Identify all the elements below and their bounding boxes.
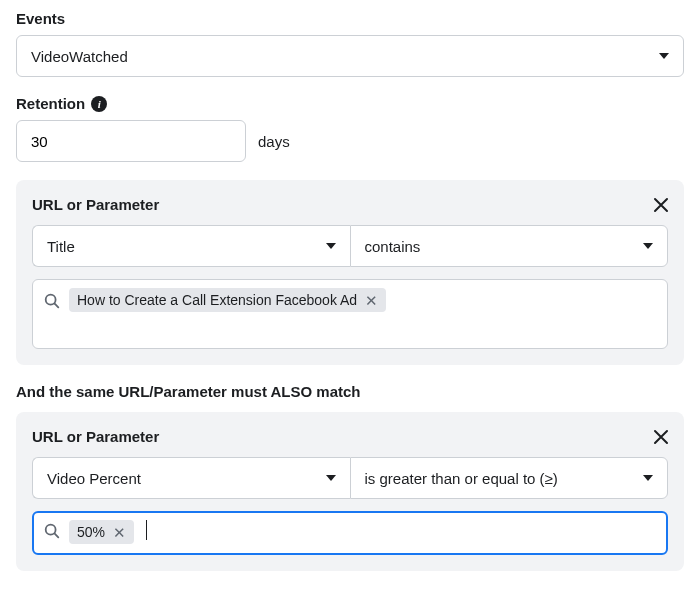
events-select[interactable]: VideoWatched [16,35,684,77]
close-icon[interactable] [652,428,670,449]
rule2-value-input[interactable]: 50% ✕ [32,511,668,555]
rule-panel-1: URL or Parameter Title contains How to C… [16,180,684,365]
rule1-operator-select[interactable]: contains [350,225,669,267]
tag-remove-icon[interactable]: ✕ [113,525,126,540]
rule-panel-2: URL or Parameter Video Percent is greate… [16,412,684,571]
search-icon [43,292,61,310]
rule1-param-select[interactable]: Title [32,225,350,267]
retention-label: Retention [16,95,85,112]
also-match-label: And the same URL/Parameter must ALSO mat… [16,383,684,400]
chevron-down-icon [326,475,336,481]
search-icon [43,522,61,540]
chevron-down-icon [643,475,653,481]
tag-text: 50% [77,524,105,540]
retention-unit: days [258,133,290,150]
rule2-param-value: Video Percent [47,470,141,487]
rule1-value-input[interactable]: How to Create a Call Extension Facebook … [32,279,668,349]
close-icon[interactable] [652,196,670,217]
rule2-operator-value: is greater than or equal to (≥) [365,470,558,487]
chevron-down-icon [326,243,336,249]
svg-line-3 [55,534,59,538]
rule2-operator-select[interactable]: is greater than or equal to (≥) [350,457,669,499]
chevron-down-icon [643,243,653,249]
info-icon[interactable]: i [91,96,107,112]
rule1-param-value: Title [47,238,75,255]
rule2-title: URL or Parameter [32,428,668,445]
tag: 50% ✕ [69,520,134,544]
tag-remove-icon[interactable]: ✕ [365,293,378,308]
text-cursor [146,520,147,540]
chevron-down-icon [659,53,669,59]
retention-input[interactable] [16,120,246,162]
rule1-operator-value: contains [365,238,421,255]
rule1-title: URL or Parameter [32,196,668,213]
rule2-param-select[interactable]: Video Percent [32,457,350,499]
tag-text: How to Create a Call Extension Facebook … [77,292,357,308]
svg-line-1 [55,304,59,308]
events-label: Events [16,10,684,27]
tag: How to Create a Call Extension Facebook … [69,288,386,312]
events-selected-value: VideoWatched [31,48,128,65]
